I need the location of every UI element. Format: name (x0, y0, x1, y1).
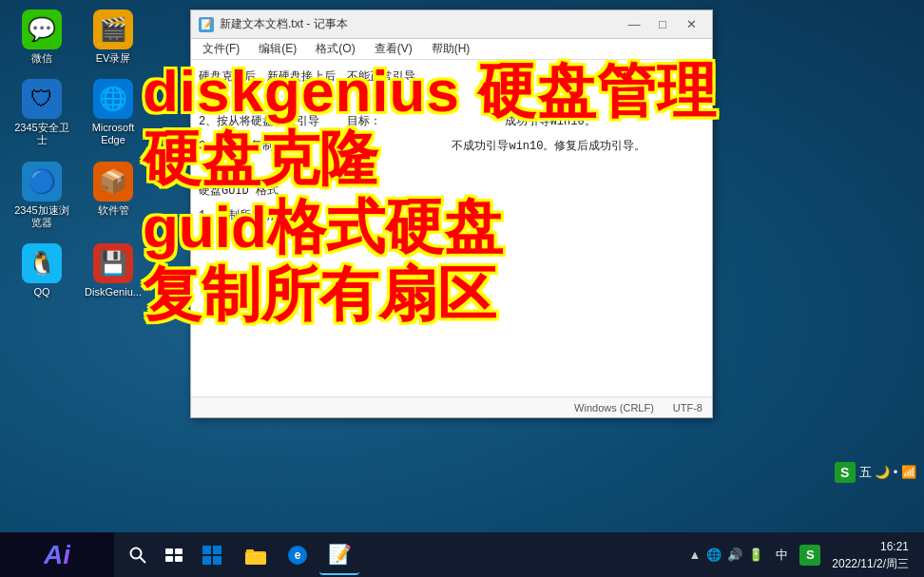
tray-arrow-icon[interactable]: ▲ (688, 548, 701, 562)
notepad-app-icon: 📝 (199, 17, 214, 32)
ev-icon: 🎬 (93, 10, 133, 49)
svg-rect-8 (202, 556, 211, 565)
desktop-icon-software[interactable]: 📦 软件管 (81, 162, 145, 229)
notepad-menubar: 文件(F) 编辑(E) 格式(O) 查看(V) 帮助(H) (191, 39, 712, 60)
explorer-icon (245, 546, 266, 565)
desktop-icon-ev[interactable]: 🎬 EV录屏 (81, 10, 145, 65)
notepad-title-text: 新建文本文档.txt - 记事本 (220, 16, 348, 32)
notepad-content-area[interactable]: 硬盘克隆后，新硬盘接上后，不能正常引导。 2、按从将硬盘修复引导 目标： 成功引… (191, 60, 712, 396)
desktop-icon-wechat[interactable]: 💬 微信 (10, 10, 74, 65)
edge-label: Microsoft Edge (83, 122, 144, 146)
tray-icons: ▲ 🌐 🔊 🔋 (688, 548, 763, 562)
menu-help[interactable]: 帮助(H) (424, 39, 478, 59)
diskgenius-icon: 💾 (93, 243, 133, 283)
edge-taskbar-icon: e (287, 545, 308, 566)
s-logo-tray[interactable]: S (799, 545, 820, 566)
clock-date: 2022/11/2/周三 (832, 555, 909, 572)
security-label: 2345安全卫士 (11, 122, 73, 146)
notepad-close-button[interactable]: ✕ (678, 14, 704, 35)
notepad-statusbar: Windows (CRLF) UTF-8 (191, 396, 712, 417)
svg-rect-7 (213, 546, 221, 554)
tray-battery-icon[interactable]: 🔋 (748, 548, 763, 562)
desktop: 💬 微信 🎬 EV录屏 🛡 2345安全卫士 🌐 Microsoft Edge … (0, 0, 924, 532)
menu-format[interactable]: 格式(O) (308, 39, 362, 59)
notepad-taskbar-icon: 📝 (328, 543, 352, 566)
ai-text: Ai (44, 540, 70, 570)
search-icon (129, 547, 146, 564)
taskbar-app-explorer[interactable] (236, 535, 276, 575)
qq-icon: 🐧 (22, 243, 62, 283)
taskbar-search-button[interactable] (120, 537, 156, 573)
svg-text:e: e (295, 548, 301, 562)
software-icon: 📦 (93, 162, 133, 202)
notepad-line-3: 3、按文件复制 不成功引导win10。修复后成功引导。 (199, 137, 704, 158)
desktop-icon-diskgenius[interactable]: 💾 DiskGeniu... (81, 243, 145, 298)
notepad-line-5: 1、复制所有扇区 (199, 206, 704, 227)
ai-badge: Ai (0, 532, 114, 577)
taskbar-app-edge[interactable]: e (278, 535, 318, 575)
desktop-icon-qq[interactable]: 🐧 QQ (10, 243, 74, 298)
notepad-minimize-button[interactable]: — (621, 14, 647, 35)
software-label: 软件管 (98, 204, 129, 217)
wechat-label: 微信 (31, 52, 52, 65)
clock-time: 16:21 (832, 538, 909, 555)
svg-rect-4 (165, 556, 173, 562)
wechat-icon: 💬 (22, 10, 62, 49)
qq-label: QQ (33, 286, 49, 298)
language-button[interactable]: 中 (767, 541, 796, 569)
desktop-icon-ie[interactable]: 🔵 2345加速浏览器 (10, 162, 74, 229)
notepad-line-endings: Windows (CRLF) (574, 402, 654, 414)
desktop-icon-security[interactable]: 🛡 2345安全卫士 (10, 79, 74, 146)
menu-view[interactable]: 查看(V) (367, 39, 420, 59)
taskbar-tray: ▲ 🌐 🔊 🔋 中 S 16:21 2022/11/2/周三 (688, 538, 924, 572)
desktop-icon-edge[interactable]: 🌐 Microsoft Edge (81, 79, 145, 146)
tray-network-icon[interactable]: 🌐 (706, 548, 722, 562)
security-icon: 🛡 (22, 79, 62, 119)
taskbar-app-notepad[interactable]: 📝 (319, 535, 359, 575)
taskbar-pinned-apps: e 📝 (236, 535, 359, 575)
menu-file[interactable]: 文件(F) (195, 39, 247, 59)
notepad-encoding: UTF-8 (673, 402, 703, 414)
bottom-right-banner: S 五 🌙 • 📶 (835, 462, 916, 483)
banner-text: 五 🌙 • 📶 (859, 464, 916, 481)
ie-icon: 🔵 (22, 162, 62, 202)
menu-edit[interactable]: 编辑(E) (251, 39, 304, 59)
ie-label: 2345加速浏览器 (11, 204, 73, 229)
taskbar-taskview-button[interactable] (156, 537, 192, 573)
svg-rect-3 (175, 548, 183, 554)
notepad-window-controls: — □ ✕ (621, 14, 704, 35)
diskgenius-label: DiskGeniu... (85, 286, 142, 298)
desktop-icons: 💬 微信 🎬 EV录屏 🛡 2345安全卫士 🌐 Microsoft Edge … (10, 10, 147, 298)
language-text: 中 (776, 547, 788, 564)
tray-volume-icon[interactable]: 🔊 (727, 548, 742, 562)
ev-label: EV录屏 (96, 52, 131, 65)
edge-icon: 🌐 (93, 79, 133, 119)
notepad-line-1: 硬盘克隆后，新硬盘接上后，不能正常引导。 (199, 67, 704, 88)
banner-s-logo: S (835, 462, 856, 483)
svg-rect-9 (213, 556, 221, 565)
notepad-title-left: 📝 新建文本文档.txt - 记事本 (199, 16, 348, 32)
svg-line-1 (140, 557, 145, 563)
svg-rect-2 (165, 548, 173, 554)
notepad-window: 📝 新建文本文档.txt - 记事本 — □ ✕ 文件(F) 编辑(E) 格式(… (190, 10, 713, 418)
svg-rect-6 (202, 546, 211, 554)
taskview-icon (165, 548, 183, 562)
svg-rect-5 (175, 556, 183, 562)
svg-rect-11 (245, 553, 266, 565)
svg-point-0 (131, 548, 142, 558)
notepad-maximize-button[interactable]: □ (649, 14, 676, 35)
svg-rect-12 (246, 549, 254, 553)
taskbar-start-button[interactable] (192, 535, 232, 575)
taskbar: Ai (0, 532, 924, 577)
notepad-titlebar: 📝 新建文本文档.txt - 记事本 — □ ✕ (191, 10, 712, 39)
windows-icon (202, 545, 222, 566)
notepad-line-2: 2、按从将硬盘修复引导 目标： 成功引导win10。 (199, 112, 704, 133)
notepad-line-4: 硬盘GUID 格式 (199, 182, 704, 202)
taskbar-clock[interactable]: 16:21 2022/11/2/周三 (824, 538, 916, 572)
